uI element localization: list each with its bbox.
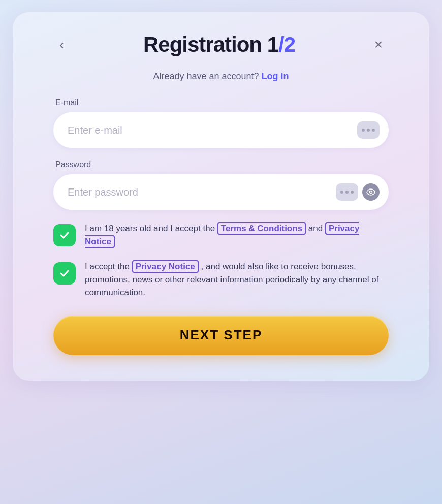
nav-row: ‹ Registration 1/2 × [53,33,389,57]
dot3 [372,129,375,132]
page-title: Registration 1/2 [143,33,295,57]
dot2 [367,129,370,132]
already-account-text: Already have an account? Log in [53,71,389,82]
privacy-notice-link-2[interactable]: Privacy Notice [132,260,199,273]
dot6 [351,191,354,194]
email-dots-icon [357,121,380,139]
next-step-button[interactable]: NEXT STEP [53,316,389,355]
password-dots-icon [336,183,358,201]
svg-point-0 [370,191,372,194]
dot1 [362,129,365,132]
terms-conditions-link[interactable]: Terms & Conditions [217,222,306,235]
email-label: E-mail [55,98,389,107]
email-input[interactable] [62,124,353,136]
password-label: Password [55,160,389,169]
marketing-checkbox[interactable] [53,262,76,285]
close-button[interactable]: × [368,35,389,55]
terms-checkbox-row: I am 18 years old and I accept the Terms… [53,222,389,248]
password-input-wrapper [53,174,389,210]
password-input[interactable] [62,186,332,198]
dot4 [340,191,343,194]
login-link[interactable]: Log in [262,71,289,81]
terms-checkbox[interactable] [53,224,76,246]
terms-checkbox-text: I am 18 years old and I accept the Terms… [85,222,389,248]
marketing-checkbox-row: I accept the Privacy Notice , and would … [53,260,389,299]
email-input-wrapper [53,112,389,148]
registration-card: ‹ Registration 1/2 × Already have an acc… [13,12,429,381]
dot5 [345,191,349,194]
password-toggle-icon[interactable] [362,183,380,201]
marketing-checkbox-text: I accept the Privacy Notice , and would … [85,260,389,299]
back-button[interactable]: ‹ [53,35,70,55]
